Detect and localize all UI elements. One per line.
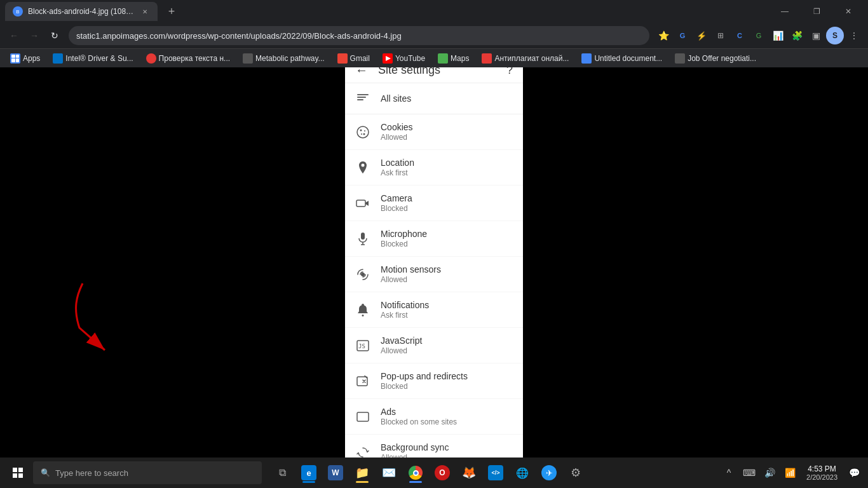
bookmark-apps[interactable]: Apps: [5, 52, 45, 65]
javascript-icon: JS: [355, 338, 370, 353]
notifications-subtitle: Ask first: [381, 311, 513, 320]
edge-icon: e: [301, 465, 316, 480]
back-button[interactable]: ←: [5, 27, 23, 44]
close-button[interactable]: ✕: [834, 0, 863, 23]
cookies-title: Cookies: [381, 122, 513, 132]
bookmark-untitled-doc[interactable]: Untitled document...: [576, 52, 667, 65]
bookmarks-bar: Apps Intel® Driver & Su... Проверка текс…: [0, 48, 868, 67]
extension-icon-4[interactable]: C: [731, 27, 749, 44]
background-sync-title: Background sync: [381, 442, 513, 452]
task-view-button[interactable]: ⧉: [269, 460, 295, 485]
bookmark-proverka-label: Проверка текста н...: [159, 54, 231, 63]
start-button[interactable]: [5, 460, 31, 485]
file-explorer-button[interactable]: 📁: [349, 460, 375, 485]
settings-item-location[interactable]: Location Ask first: [345, 150, 523, 186]
red-arrow-annotation: [70, 277, 133, 356]
clock[interactable]: 4:53 PM 2/20/2023: [801, 458, 843, 488]
settings-item-ads[interactable]: Ads Blocked on some sites: [345, 399, 523, 435]
wifi-tray-icon[interactable]: 📶: [781, 461, 799, 484]
browser-frame: B Block-ads-android-4.jpg (1080×... ✕ + …: [0, 0, 868, 67]
bookmark-proverka[interactable]: Проверка текста н...: [141, 52, 236, 65]
profile-icon[interactable]: S: [826, 27, 844, 44]
save-to-web-icon[interactable]: ⭐: [654, 27, 672, 44]
opera-button[interactable]: O: [430, 460, 455, 485]
bookmark-maps-label: Maps: [451, 54, 469, 63]
bookmark-youtube[interactable]: YouTube: [377, 52, 430, 65]
antiplagiat-favicon: [482, 53, 492, 64]
windows-logo-icon: [13, 468, 23, 478]
tab-favicon: B: [13, 6, 23, 17]
firefox-button[interactable]: 🦊: [456, 460, 482, 485]
extension-icon-2[interactable]: ⚡: [693, 27, 710, 44]
extension-icon-1[interactable]: G: [674, 27, 691, 44]
svg-rect-2: [357, 99, 363, 100]
volume-icon[interactable]: 🔊: [761, 461, 778, 484]
settings-button[interactable]: ⚙: [563, 460, 588, 485]
tab-title: Block-ads-android-4.jpg (1080×...: [28, 7, 135, 16]
extension-icon-5[interactable]: G: [750, 27, 768, 44]
chevron-up-icon[interactable]: ^: [720, 461, 738, 484]
settings-item-microphone[interactable]: Microphone Blocked: [345, 221, 523, 257]
settings-item-camera[interactable]: Camera Blocked: [345, 186, 523, 221]
toolbar-icons: ⭐ G ⚡ ⊞ C G 📊 🧩 ▣ S ⋮: [654, 27, 863, 44]
camera-title: Camera: [381, 193, 513, 203]
bookmark-untitled-doc-label: Untitled document...: [594, 54, 662, 63]
apps-grid-icon: [10, 53, 20, 64]
bar-chart-icon[interactable]: 📊: [769, 27, 787, 44]
popups-text: Pop-ups and redirects Blocked: [381, 371, 513, 391]
minimize-button[interactable]: —: [770, 0, 799, 23]
metabolic-favicon: [243, 53, 253, 64]
svg-point-6: [361, 133, 362, 135]
settings-item-notifications[interactable]: Notifications Ask first: [345, 292, 523, 328]
vscode-button[interactable]: </>: [483, 460, 508, 485]
bookmark-gmail[interactable]: Gmail: [332, 52, 375, 65]
keyboard-icon[interactable]: ⌨: [740, 461, 758, 484]
bookmark-job-offer[interactable]: Job Offer negotiati...: [670, 52, 761, 65]
javascript-title: JavaScript: [381, 336, 513, 346]
chrome-button[interactable]: [403, 460, 428, 485]
microphone-subtitle: Blocked: [381, 240, 513, 248]
edge-browser-button[interactable]: e: [296, 460, 322, 485]
svg-point-5: [364, 130, 365, 132]
explorer-underline: [356, 481, 369, 483]
title-bar: B Block-ads-android-4.jpg (1080×... ✕ + …: [0, 0, 868, 23]
network-button[interactable]: 🌐: [510, 460, 535, 485]
bookmark-maps[interactable]: Maps: [433, 52, 474, 65]
browser-tab[interactable]: B Block-ads-android-4.jpg (1080×... ✕: [5, 2, 158, 21]
settings-item-popups[interactable]: Pop-ups and redirects Blocked: [345, 363, 523, 399]
tab-close-button[interactable]: ✕: [140, 6, 150, 17]
word-button[interactable]: W: [323, 460, 348, 485]
new-tab-button[interactable]: +: [163, 3, 180, 20]
all-sites-item[interactable]: All sites: [345, 83, 523, 114]
extension-icon-3[interactable]: ⊞: [712, 27, 729, 44]
opera-icon: O: [435, 465, 450, 480]
taskbar-icons: ⧉ e W 📁 ✉️ O 🦊 </>: [269, 460, 588, 485]
main-content: 2:34 ⏰ 📶 📡 🔋 79% ← Site settings ?: [0, 67, 868, 458]
taskbar-search[interactable]: 🔍 Type here to search: [33, 461, 262, 484]
clock-date: 2/20/2023: [806, 473, 837, 481]
reload-button[interactable]: ↻: [46, 27, 64, 44]
mail-icon: ✉️: [381, 465, 397, 480]
settings-item-cookies[interactable]: Cookies Allowed: [345, 114, 523, 150]
sidebar-icon[interactable]: ▣: [807, 27, 825, 44]
bookmark-metabolic[interactable]: Metabolic pathway...: [238, 52, 330, 65]
menu-icon[interactable]: ⋮: [845, 27, 863, 44]
svg-rect-9: [361, 233, 365, 240]
puzzle-icon[interactable]: 🧩: [788, 27, 806, 44]
notifications-title: Notifications: [381, 300, 513, 310]
popups-subtitle: Blocked: [381, 382, 513, 391]
telegram-icon: ✈: [541, 465, 557, 480]
mail-button[interactable]: ✉️: [376, 460, 402, 485]
forward-button[interactable]: →: [25, 27, 43, 44]
notification-center-button[interactable]: 💬: [845, 461, 863, 484]
settings-item-javascript[interactable]: JS JavaScript Allowed: [345, 328, 523, 363]
location-icon: [355, 160, 370, 175]
maximize-button[interactable]: ❐: [802, 0, 831, 23]
address-input[interactable]: [69, 26, 649, 45]
bookmark-intel[interactable]: Intel® Driver & Su...: [48, 52, 138, 65]
bookmark-antiplagiat[interactable]: Антиплагиат онлай...: [477, 52, 574, 65]
ads-title: Ads: [381, 407, 513, 417]
telegram-button[interactable]: ✈: [536, 460, 562, 485]
cookies-subtitle: Allowed: [381, 133, 513, 142]
settings-item-motion-sensors[interactable]: Motion sensors Allowed: [345, 257, 523, 292]
